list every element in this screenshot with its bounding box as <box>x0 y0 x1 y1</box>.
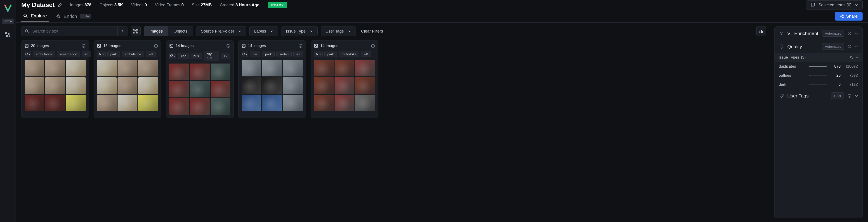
thumbnail[interactable] <box>283 60 303 76</box>
thumbnail[interactable] <box>335 60 354 76</box>
tag-toggle[interactable] <box>169 53 176 59</box>
tag[interactable]: park <box>324 51 337 57</box>
tag[interactable]: emergency <box>57 51 80 57</box>
tag[interactable]: motorbike <box>339 51 360 57</box>
tab-explore[interactable]: Explore <box>21 11 49 22</box>
info-icon[interactable] <box>847 31 851 35</box>
visual-search-button[interactable] <box>131 26 141 36</box>
thumbnail[interactable] <box>283 77 303 94</box>
info-icon[interactable] <box>847 44 851 49</box>
info-icon[interactable] <box>847 94 851 98</box>
thumbnail[interactable] <box>242 77 261 94</box>
cluster-card[interactable]: 14 Images parkmotorbike +8 <box>311 40 378 118</box>
logo[interactable] <box>4 4 12 12</box>
thumbnail[interactable] <box>169 98 189 115</box>
thumbnail[interactable] <box>118 60 137 76</box>
thumbnail[interactable] <box>25 77 44 94</box>
analytics-button[interactable] <box>756 26 766 36</box>
cluster-card[interactable]: 20 Images ambulanceemergency +8 <box>21 40 89 118</box>
thumbnail[interactable] <box>190 98 210 115</box>
thumbnail[interactable] <box>283 95 303 111</box>
thumbnail[interactable] <box>118 95 137 111</box>
info-icon[interactable] <box>299 44 303 48</box>
thumbnail[interactable] <box>262 95 282 111</box>
search-icon[interactable] <box>850 56 853 59</box>
cluster-card[interactable]: 14 Images carparksedan +7 <box>238 40 306 118</box>
tab-enrich[interactable]: Enrich BETA <box>54 11 93 21</box>
filter-source[interactable]: Source File/Folder <box>196 26 246 36</box>
thumbnail[interactable] <box>190 81 210 97</box>
thumbnail[interactable] <box>211 64 230 80</box>
tag[interactable]: park <box>262 51 275 57</box>
tag[interactable]: city bus <box>204 51 219 61</box>
cluster-card[interactable]: 16 Images parkambulance +8 <box>94 40 161 118</box>
thumbnail[interactable] <box>242 95 261 111</box>
tag-toggle[interactable] <box>25 51 31 57</box>
issue-row[interactable]: outliers 26 (3%) <box>775 71 862 80</box>
tag-toggle[interactable] <box>242 51 248 57</box>
quality-section[interactable]: Quality Automated <box>775 40 862 53</box>
tag[interactable]: bus <box>191 53 202 59</box>
thumbnail[interactable] <box>25 60 44 76</box>
info-icon[interactable] <box>154 44 158 48</box>
thumbnail[interactable] <box>45 60 65 76</box>
chevron-up-icon[interactable] <box>855 56 858 59</box>
tag-toggle[interactable] <box>97 51 105 57</box>
thumbnail[interactable] <box>169 64 189 80</box>
thumbnail[interactable] <box>355 95 375 111</box>
thumbnail[interactable] <box>169 81 189 97</box>
thumbnail[interactable] <box>25 95 44 111</box>
thumbnail[interactable] <box>355 60 375 76</box>
tag-more[interactable]: +8 <box>361 51 371 57</box>
enrichment-section[interactable]: V VL Enrichment Automated <box>775 27 862 40</box>
thumbnail[interactable] <box>138 60 158 76</box>
thumbnail[interactable] <box>314 95 334 111</box>
thumbnail[interactable] <box>314 60 334 76</box>
thumbnail[interactable] <box>97 60 117 76</box>
thumbnail[interactable] <box>138 95 158 111</box>
thumbnail[interactable] <box>118 77 137 94</box>
info-icon[interactable] <box>82 44 86 48</box>
search-input[interactable] <box>32 29 117 34</box>
thumbnail[interactable] <box>97 77 117 94</box>
view-objects[interactable]: Objects <box>168 27 193 36</box>
thumbnail[interactable] <box>211 81 230 97</box>
clear-filters[interactable]: Clear Filters <box>359 29 385 34</box>
tag-more[interactable]: +7 <box>221 53 230 59</box>
thumbnail[interactable] <box>314 77 334 94</box>
thumbnail[interactable] <box>262 60 282 76</box>
thumbnail[interactable] <box>138 77 158 94</box>
thumbnail[interactable] <box>97 95 117 111</box>
search-go-button[interactable] <box>117 26 127 36</box>
filter-issue-type[interactable]: Issue Type <box>281 26 318 36</box>
thumbnail[interactable] <box>45 77 65 94</box>
selected-items-button[interactable]: Selected Items (0) <box>806 0 863 9</box>
chevron-down-icon[interactable] <box>855 94 858 98</box>
thumbnail[interactable] <box>190 64 210 80</box>
filter-labels[interactable]: Labels <box>249 26 278 36</box>
user-tags-section[interactable]: User Tags User <box>775 89 862 102</box>
issue-types-header[interactable]: Issue Types (3) <box>775 53 862 62</box>
info-icon[interactable] <box>371 44 375 48</box>
info-icon[interactable] <box>226 44 230 48</box>
share-button[interactable]: Share <box>835 12 863 21</box>
cluster-card[interactable]: 14 Images carbuscity bus +7 <box>166 40 234 118</box>
tag-toggle[interactable] <box>314 51 322 57</box>
tag[interactable]: sedan <box>276 51 291 57</box>
tag[interactable]: car <box>250 51 260 57</box>
chevron-down-icon[interactable] <box>855 32 858 35</box>
datasets-icon[interactable] <box>3 30 12 39</box>
tag[interactable]: park <box>107 51 120 57</box>
thumbnail[interactable] <box>66 60 86 76</box>
issue-row[interactable]: duplicates 878 (100%) <box>775 62 862 71</box>
thumbnail[interactable] <box>66 95 86 111</box>
tag[interactable]: ambulance <box>122 51 144 57</box>
tag-more[interactable]: +8 <box>82 51 91 57</box>
filter-user-tags[interactable]: User Tags <box>321 26 356 36</box>
chevron-up-icon[interactable] <box>855 45 858 49</box>
edit-title-icon[interactable] <box>58 3 62 7</box>
tag-more[interactable]: +8 <box>146 51 156 57</box>
tag[interactable]: car <box>178 53 189 59</box>
thumbnail[interactable] <box>355 77 375 94</box>
issue-row[interactable]: dark 6 (1%) <box>775 80 862 89</box>
